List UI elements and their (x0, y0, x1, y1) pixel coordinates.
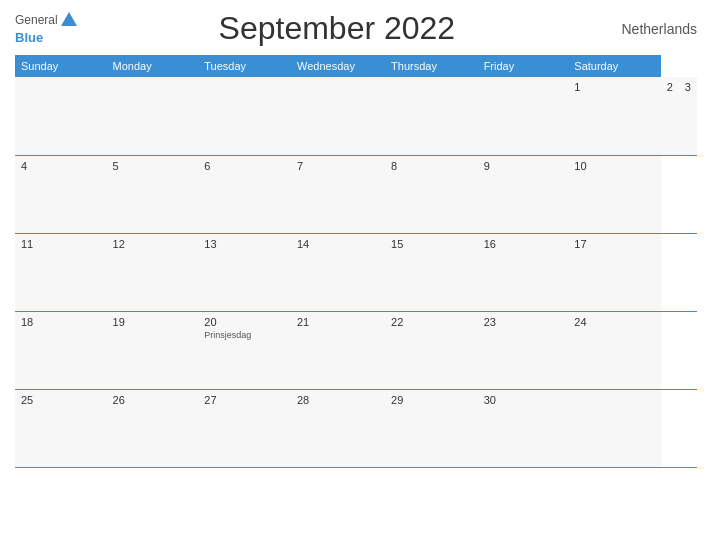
day-cell-19: 19 (107, 311, 199, 389)
day-number: 26 (113, 394, 193, 406)
day-number: 19 (113, 316, 193, 328)
empty-cell (107, 77, 199, 155)
day-cell-27: 27 (198, 389, 291, 467)
day-number: 7 (297, 160, 379, 172)
page: General Blue September 2022 Netherlands … (0, 0, 712, 550)
day-number: 4 (21, 160, 101, 172)
empty-cell (568, 389, 660, 467)
day-number: 25 (21, 394, 101, 406)
week-row-4: 181920Prinsjesdag21222324 (15, 311, 697, 389)
day-number: 11 (21, 238, 101, 250)
day-cell-16: 16 (478, 233, 569, 311)
day-cell-8: 8 (385, 155, 478, 233)
day-number: 30 (484, 394, 563, 406)
day-number: 14 (297, 238, 379, 250)
day-cell-12: 12 (107, 233, 199, 311)
day-number: 2 (667, 81, 673, 93)
day-number: 24 (574, 316, 654, 328)
week-row-2: 45678910 (15, 155, 697, 233)
day-header-saturday: Saturday (568, 55, 660, 77)
day-cell-13: 13 (198, 233, 291, 311)
logo-blue-text: Blue (15, 30, 43, 45)
day-number: 15 (391, 238, 472, 250)
day-number: 16 (484, 238, 563, 250)
days-header-row: SundayMondayTuesdayWednesdayThursdayFrid… (15, 55, 697, 77)
day-cell-15: 15 (385, 233, 478, 311)
day-cell-18: 18 (15, 311, 107, 389)
empty-cell (478, 77, 569, 155)
day-header-tuesday: Tuesday (198, 55, 291, 77)
empty-cell (15, 77, 107, 155)
day-number: 22 (391, 316, 472, 328)
day-header-wednesday: Wednesday (291, 55, 385, 77)
day-number: 8 (391, 160, 472, 172)
week-row-5: 252627282930 (15, 389, 697, 467)
day-header-friday: Friday (478, 55, 569, 77)
calendar-table: SundayMondayTuesdayWednesdayThursdayFrid… (15, 55, 697, 468)
logo: General Blue (15, 12, 77, 46)
day-cell-9: 9 (478, 155, 569, 233)
day-number: 1 (574, 81, 654, 93)
day-number: 3 (685, 81, 691, 93)
day-cell-17: 17 (568, 233, 660, 311)
day-cell-7: 7 (291, 155, 385, 233)
day-cell-30: 30 (478, 389, 569, 467)
day-cell-25: 25 (15, 389, 107, 467)
day-number: 29 (391, 394, 472, 406)
day-header-thursday: Thursday (385, 55, 478, 77)
day-number: 23 (484, 316, 563, 328)
day-number: 13 (204, 238, 285, 250)
day-number: 12 (113, 238, 193, 250)
logo-general-text: General (15, 13, 58, 27)
day-header-monday: Monday (107, 55, 199, 77)
day-cell-4: 4 (15, 155, 107, 233)
day-cell-3: 3 (679, 77, 697, 155)
day-number: 27 (204, 394, 285, 406)
day-header-sunday: Sunday (15, 55, 107, 77)
day-cell-22: 22 (385, 311, 478, 389)
event-label: Prinsjesdag (204, 330, 285, 340)
header: General Blue September 2022 Netherlands (15, 10, 697, 47)
day-cell-1: 1 (568, 77, 660, 155)
day-number: 6 (204, 160, 285, 172)
day-number: 20 (204, 316, 285, 328)
empty-cell (198, 77, 291, 155)
day-cell-20: 20Prinsjesdag (198, 311, 291, 389)
day-cell-6: 6 (198, 155, 291, 233)
day-cell-21: 21 (291, 311, 385, 389)
day-cell-24: 24 (568, 311, 660, 389)
day-cell-23: 23 (478, 311, 569, 389)
day-cell-28: 28 (291, 389, 385, 467)
day-cell-10: 10 (568, 155, 660, 233)
day-number: 17 (574, 238, 654, 250)
day-number: 28 (297, 394, 379, 406)
day-cell-14: 14 (291, 233, 385, 311)
day-number: 18 (21, 316, 101, 328)
day-number: 5 (113, 160, 193, 172)
day-number: 9 (484, 160, 563, 172)
week-row-3: 11121314151617 (15, 233, 697, 311)
day-cell-5: 5 (107, 155, 199, 233)
day-number: 10 (574, 160, 654, 172)
empty-cell (385, 77, 478, 155)
day-cell-29: 29 (385, 389, 478, 467)
day-number: 21 (297, 316, 379, 328)
logo-triangle-icon (61, 12, 77, 26)
calendar-title: September 2022 (77, 10, 597, 47)
day-cell-26: 26 (107, 389, 199, 467)
day-cell-11: 11 (15, 233, 107, 311)
empty-cell (291, 77, 385, 155)
week-row-1: 123 (15, 77, 697, 155)
country-label: Netherlands (597, 21, 697, 37)
day-cell-2: 2 (661, 77, 679, 155)
